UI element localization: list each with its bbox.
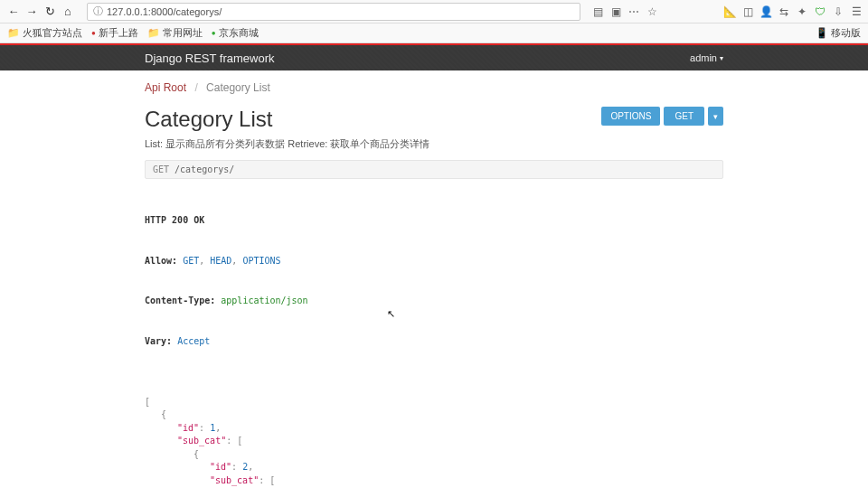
request-method: GET [153,164,169,174]
sidebar-icon[interactable]: ◫ [741,5,754,18]
dot-icon: ● [91,29,96,37]
main-content: Api Root / Category List Category List O… [145,70,723,488]
bookmark-mobile[interactable]: 📱移动版 [816,26,861,40]
page-title: Category List [145,107,272,132]
page-subtitle: List: 显示商品所有分类列表数据 Retrieve: 获取单个商品分类详情 [145,137,723,151]
breadcrumb: Api Root / Category List [145,81,723,94]
url-right-icons: ▤ ▣ ⋯ ☆ [591,5,658,18]
drf-header: Django REST framework admin ▾ [0,43,868,70]
url-text: 127.0.0.1:8000/categorys/ [107,6,222,17]
folder-icon: 📁 [147,27,160,39]
get-dropdown-button[interactable]: ▾ [708,107,723,126]
home-icon[interactable]: ⌂ [60,4,76,20]
shield-icon[interactable]: 🛡 [814,5,826,18]
reader-icon[interactable]: ▤ [591,5,604,18]
brand-link[interactable]: Django REST framework [145,52,275,65]
mobile-icon: 📱 [816,27,828,39]
browser-toolbar: ← → ↻ ⌂ ⓘ 127.0.0.1:8000/categorys/ ▤ ▣ … [0,0,868,23]
menu-icon[interactable]: ☰ [850,5,863,18]
json-body: [{"id": 1,"sub_cat": [{"id": 2,"sub_cat"… [145,396,723,489]
breadcrumb-sep: / [194,81,197,94]
reload-icon[interactable]: ↻ [42,4,58,20]
bookmark-bar: 📁火狐官方站点 ●新手上路 📁常用网址 ●京东商城 📱移动版 [0,23,868,43]
breadcrumb-root[interactable]: Api Root [145,81,186,94]
bookmark-item[interactable]: 📁常用网址 [147,26,203,40]
browser-ext-icons: 📐 ◫ 👤 ⇆ ✦ 🛡 ⇩ ☰ [723,5,863,18]
forward-icon[interactable]: → [24,4,40,20]
action-buttons: OPTIONS GET ▾ [601,107,723,126]
more-icon[interactable]: ⋯ [627,5,640,18]
ext2-icon[interactable]: ✦ [796,5,808,18]
dot-icon: ● [212,29,216,37]
star-icon[interactable]: ☆ [646,5,658,18]
sync-icon[interactable]: 👤 [760,5,772,18]
response-block: HTTP 200 OK Allow: GET, HEAD, OPTIONS Co… [145,188,723,488]
library-icon[interactable]: 📐 [723,5,736,18]
ext1-icon[interactable]: ⇆ [778,5,790,18]
title-row: Category List OPTIONS GET ▾ [145,107,723,132]
qr-icon[interactable]: ▣ [609,5,622,18]
back-icon[interactable]: ← [5,4,22,20]
user-menu[interactable]: admin ▾ [690,52,723,63]
folder-icon: 📁 [7,27,20,39]
get-button[interactable]: GET [664,107,704,126]
status-line: HTTP 200 OK [145,215,204,225]
bookmark-item[interactable]: 📁火狐官方站点 [7,26,82,40]
bookmark-item[interactable]: ●新手上路 [91,26,138,40]
nav-buttons: ← → ↻ ⌂ [5,4,76,20]
bookmark-item[interactable]: ●京东商城 [212,26,259,40]
options-button[interactable]: OPTIONS [601,107,660,126]
request-path: /categorys/ [175,164,234,174]
address-bar[interactable]: ⓘ 127.0.0.1:8000/categorys/ [87,3,580,21]
request-box: GET/categorys/ [145,160,723,179]
info-icon: ⓘ [93,5,103,18]
chevron-down-icon: ▾ [720,54,723,62]
breadcrumb-current: Category List [206,81,270,94]
download-icon[interactable]: ⇩ [832,5,844,18]
